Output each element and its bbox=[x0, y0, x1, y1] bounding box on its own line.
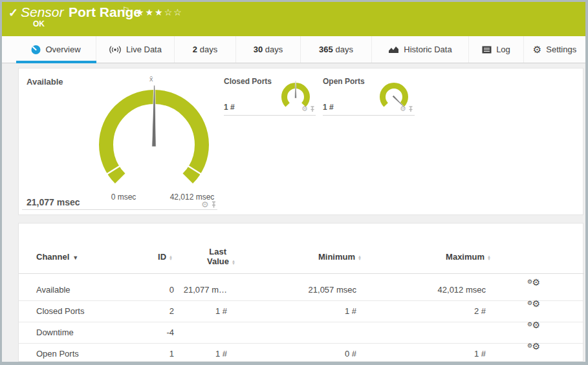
channel-table-panel: Channel▼ ID▲▼ Last Value▲▼ Minimum▲▼ Max… bbox=[18, 223, 583, 362]
gear-icon: ⚙ bbox=[533, 45, 541, 54]
tab-historic-data[interactable]: Historic Data bbox=[372, 36, 469, 63]
table-row: Open Ports 1 1 # 0 # 1 # ⚙⚙ bbox=[19, 343, 584, 364]
table-row: Closed Ports 2 1 # 1 # 2 # ⚙⚙ bbox=[19, 300, 584, 322]
gear-icon[interactable]: ⚙ bbox=[201, 200, 209, 209]
status-ok-check-icon: ✓ bbox=[8, 6, 18, 20]
channel-settings-icon[interactable]: ⚙⚙ bbox=[527, 343, 540, 355]
tab-bar: Overview Live Data 2 days 30 days 365 da… bbox=[2, 36, 585, 63]
gear-icon[interactable]: ⚙ bbox=[400, 105, 406, 112]
table-row: Available 0 21,077 m… 21,057 msec 42,012… bbox=[19, 279, 584, 300]
channel-settings-icon[interactable]: ⚙⚙ bbox=[527, 300, 540, 313]
pin-icon[interactable] bbox=[310, 106, 315, 112]
area-chart-icon bbox=[388, 45, 399, 54]
priority-stars[interactable]: ★★★☆☆ bbox=[136, 7, 183, 17]
channel-settings-icon[interactable]: ⚙⚙ bbox=[527, 322, 540, 334]
broadcast-icon bbox=[109, 45, 122, 54]
gauge-tools: ⚙ bbox=[400, 105, 413, 112]
page-title: Port Range bbox=[69, 5, 141, 20]
gauge-value-open-ports: 1 # bbox=[323, 103, 334, 112]
column-header-last-value[interactable]: Last Value▲▼ bbox=[207, 247, 235, 266]
header-separator bbox=[19, 273, 584, 274]
active-tab-indicator bbox=[16, 61, 96, 63]
gauge-value-available: 21,077 msec bbox=[27, 197, 80, 207]
gauge-icon bbox=[31, 45, 41, 54]
tab-30-days[interactable]: 30 days bbox=[236, 36, 301, 63]
gauge-tools: ⚙ bbox=[301, 105, 315, 112]
tab-settings[interactable]: ⚙ Settings bbox=[524, 36, 585, 63]
channel-settings-icon[interactable]: ⚙⚙ bbox=[527, 279, 540, 291]
log-icon bbox=[482, 46, 492, 54]
sort-icon: ▲▼ bbox=[487, 255, 491, 260]
sort-icon: ▲▼ bbox=[232, 260, 235, 265]
cell-separator bbox=[323, 115, 415, 116]
table-row: Downtime -4 ⚙⚙ bbox=[19, 322, 584, 343]
status-badge: OK bbox=[33, 19, 45, 28]
column-header-id[interactable]: ID▲▼ bbox=[158, 252, 173, 262]
cell-separator bbox=[224, 115, 316, 116]
gear-icon[interactable]: ⚙ bbox=[301, 105, 308, 112]
column-header-channel[interactable]: Channel▼ bbox=[36, 252, 78, 262]
pin-icon[interactable] bbox=[408, 106, 413, 112]
gauge-tools: ⚙ bbox=[201, 200, 217, 209]
tab-log[interactable]: Log bbox=[469, 36, 524, 63]
object-type-label: Sensor bbox=[21, 5, 64, 20]
sensor-status-header: ✓ Sensor Port Range ⚐ ★★★☆☆ OK bbox=[2, 2, 585, 36]
column-header-maximum[interactable]: Maximum▲▼ bbox=[446, 252, 491, 262]
gauge-title-available: Available bbox=[27, 77, 63, 87]
tab-2-days[interactable]: 2 days bbox=[175, 36, 236, 63]
gauge-title-open-ports: Open Ports bbox=[323, 77, 365, 86]
sensor-page: ✓ Sensor Port Range ⚐ ★★★☆☆ OK Overview … bbox=[0, 0, 588, 365]
gauge-title-closed-ports: Closed Ports bbox=[224, 77, 272, 86]
column-header-minimum[interactable]: Minimum▲▼ bbox=[318, 252, 362, 262]
priority-flag-icon[interactable]: ⚐ bbox=[122, 5, 130, 15]
sort-icon: ▲▼ bbox=[169, 255, 173, 260]
tab-365-days[interactable]: 365 days bbox=[301, 36, 372, 63]
cell-separator bbox=[22, 209, 217, 210]
gauges-panel: Available x̄ 0 msec 42,012 msec 21,077 m… bbox=[18, 68, 583, 215]
sort-icon: ▲▼ bbox=[358, 255, 362, 260]
pin-icon[interactable] bbox=[211, 201, 217, 209]
sort-desc-icon: ▼ bbox=[72, 255, 78, 261]
gauge-min-label: 0 msec bbox=[98, 193, 149, 202]
tab-overview[interactable]: Overview bbox=[16, 36, 96, 63]
gauge-value-closed-ports: 1 # bbox=[224, 103, 235, 112]
tab-live-data[interactable]: Live Data bbox=[96, 36, 175, 63]
